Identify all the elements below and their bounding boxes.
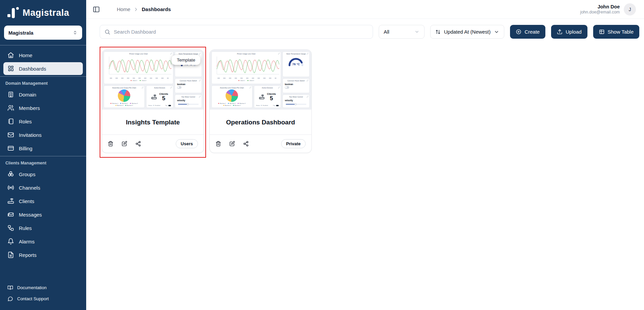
sidebar-item-clients[interactable]: Clients <box>3 195 83 207</box>
expand-icon <box>307 53 308 54</box>
legend-dot-client2 <box>140 80 141 81</box>
sidebar-item-messages[interactable]: Messages <box>3 208 83 221</box>
credit-card-icon <box>7 145 14 152</box>
hexagon-cluster-icon <box>7 171 14 178</box>
legend-dot-client1 <box>238 80 239 81</box>
legend-dot <box>120 103 121 104</box>
avatar[interactable]: J <box>624 3 636 15</box>
dashboard-card-operations-dashboard[interactable]: Printer Usage Line Chart Client 1 Client… <box>209 49 312 153</box>
workspace-select-value: Magistrala <box>8 30 33 36</box>
sidebar-item-dashboards[interactable]: Dashboards <box>3 62 83 75</box>
sidebar-item-members[interactable]: Members <box>3 102 83 114</box>
sidebar-footer: Documentation Contact Support <box>0 280 86 310</box>
edit-button[interactable] <box>122 141 127 147</box>
sidebar-item-label: Dashboards <box>19 66 46 72</box>
status-dot <box>153 105 154 106</box>
card-title: Insights Template <box>102 110 204 134</box>
expand-icon <box>278 53 280 54</box>
router-icon <box>259 94 265 100</box>
sidebar-item-contact-support[interactable]: Contact Support <box>3 294 83 304</box>
breadcrumb-home[interactable]: Home <box>117 6 130 12</box>
circle-plus-icon <box>516 29 521 35</box>
book-open-icon <box>7 285 13 290</box>
line-chart <box>213 55 280 77</box>
sort-button[interactable]: Updated At (Newest) <box>430 25 504 39</box>
expand-icon <box>199 96 201 98</box>
user-block[interactable]: John Doe john.doe@email.com J <box>580 3 636 15</box>
legend-dot-client1 <box>131 80 132 81</box>
legend-label: Machine 4 <box>117 105 123 106</box>
delete-button[interactable] <box>215 141 221 147</box>
sidebar-toggle-button[interactable] <box>93 6 100 13</box>
card-footer: Users <box>102 134 204 153</box>
expand-icon <box>170 53 172 54</box>
dashboard-card-insights-template[interactable]: Template Printer Usage Line Chart Client… <box>102 49 204 153</box>
share-button[interactable] <box>135 141 141 147</box>
create-button[interactable]: Create <box>510 25 545 39</box>
legend-label: Client 1 <box>240 80 245 81</box>
expand-icon <box>142 87 143 88</box>
sidebar-item-home[interactable]: Home <box>3 49 83 62</box>
card-wrapper: Printer Usage Line Chart Client 1 Client… <box>209 49 312 153</box>
sidebar-item-reports[interactable]: Reports <box>3 248 83 261</box>
share-icon <box>243 141 249 147</box>
card-footer: Private <box>210 134 311 153</box>
message-mail-icon <box>7 211 14 218</box>
sidebar-item-billing[interactable]: Billing <box>3 142 83 155</box>
filter-select[interactable]: All <box>379 25 425 39</box>
upload-button-label: Upload <box>566 29 582 35</box>
legend-label: Client 2 <box>249 80 254 81</box>
sidebar-item-groups[interactable]: Groups <box>3 168 83 181</box>
show-table-button[interactable]: Show Table <box>593 25 639 39</box>
line-chart-title: Printer Usage Line Chart <box>213 53 280 55</box>
trash-icon <box>215 141 221 147</box>
filter-select-value: All <box>384 29 389 35</box>
pie-legend: Machine 1 Machine 2 Machine 3 Machine 4 … <box>213 102 251 107</box>
legend-label: Machine 1 <box>220 103 226 104</box>
edit-button[interactable] <box>229 141 235 147</box>
clients-count: 5 <box>267 95 276 102</box>
upload-button[interactable]: Upload <box>551 25 587 39</box>
message-circle-icon <box>7 296 13 302</box>
device-status-row: Status Enabled Tag <box>255 105 280 107</box>
slider-label: velocity <box>177 99 201 102</box>
legend-label: Client 1 <box>132 80 137 81</box>
sidebar-item-roles[interactable]: Roles <box>3 115 83 128</box>
line-chart-legend: Client 1 Client 2 <box>213 80 280 81</box>
pie-chart-panel: Assembly Line Output Pie Chart Machine 1… <box>211 85 252 108</box>
gauge-title: Store Temperature Gauge <box>176 53 201 55</box>
legend-dot <box>218 103 219 104</box>
tag-badge <box>168 105 171 106</box>
workspace-select[interactable]: Magistrala <box>4 26 82 40</box>
sidebar-item-alarms[interactable]: Alarms <box>3 235 83 248</box>
switch-label: boolean <box>177 83 201 85</box>
search-input[interactable] <box>114 29 368 35</box>
sidebar-item-rules[interactable]: Rules <box>3 222 83 234</box>
sidebar-item-label: Billing <box>19 146 32 151</box>
switch-label: boolean <box>285 83 308 85</box>
breadcrumb: Home Dashboards <box>117 6 171 12</box>
share-button[interactable] <box>243 141 249 147</box>
line-chart-panel: Printer Usage Line Chart Client 1 Client… <box>211 51 281 84</box>
switch-title: Common Hours Switch <box>176 80 201 82</box>
sidebar-item-channels[interactable]: Channels <box>3 181 83 194</box>
delete-button[interactable] <box>108 141 113 147</box>
sidebar-item-invitations[interactable]: Invitations <box>3 128 83 141</box>
sidebar-item-label: Home <box>19 52 32 58</box>
slider-title: Fan Motor Control <box>176 96 201 98</box>
legend-label: Client 2 <box>141 80 146 81</box>
slider-thumb <box>187 103 189 106</box>
gauge-panel: Store Temperature Gauge 76 °C <box>282 51 310 77</box>
pie-chart <box>118 89 130 102</box>
sidebar-item-label: Members <box>19 105 40 111</box>
legend-label: Machine 2 <box>122 103 128 104</box>
legend-label: Machine 2 <box>230 103 236 104</box>
pie-chart-panel: Assembly Line Output Pie Chart Machine 1… <box>104 85 145 108</box>
broadcast-icon <box>7 184 14 191</box>
sidebar-item-label: Invitations <box>19 132 42 138</box>
sidebar-item-documentation[interactable]: Documentation <box>3 282 83 293</box>
sidebar-item-domain[interactable]: Domain <box>3 88 83 101</box>
toolbar: All Updated At (Newest) Create Upload <box>100 25 639 39</box>
velocity-slider <box>286 104 306 105</box>
status-dot <box>261 105 262 106</box>
